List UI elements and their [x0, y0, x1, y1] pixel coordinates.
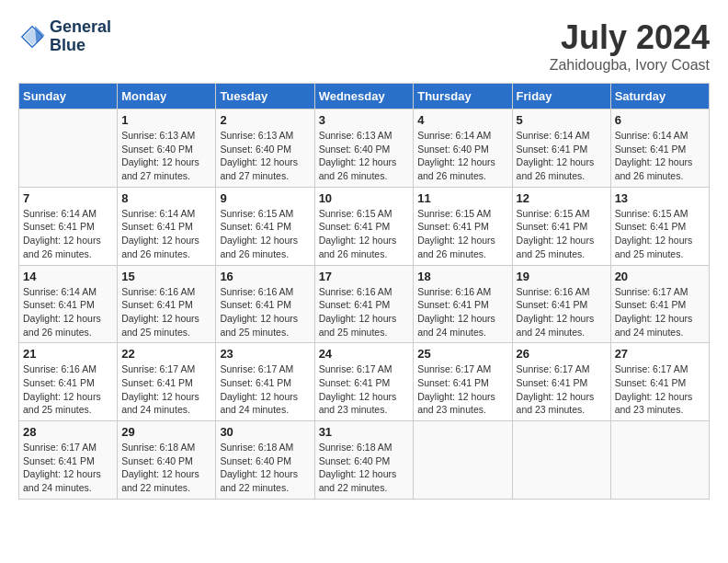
calendar-cell: 29Sunrise: 6:18 AM Sunset: 6:40 PM Dayli… — [118, 421, 216, 500]
day-info: Sunrise: 6:17 AM Sunset: 6:41 PM Dayligh… — [417, 362, 507, 417]
day-info: Sunrise: 6:15 AM Sunset: 6:41 PM Dayligh… — [615, 207, 705, 261]
calendar-cell: 19Sunrise: 6:16 AM Sunset: 6:41 PM Dayli… — [512, 265, 610, 343]
day-info: Sunrise: 6:17 AM Sunset: 6:41 PM Dayligh… — [517, 362, 607, 417]
svg-marker-2 — [35, 26, 45, 44]
calendar-cell: 12Sunrise: 6:15 AM Sunset: 6:41 PM Dayli… — [512, 187, 610, 265]
calendar-cell: 18Sunrise: 6:16 AM Sunset: 6:41 PM Dayli… — [414, 265, 512, 343]
calendar-cell: 7Sunrise: 6:14 AM Sunset: 6:41 PM Daylig… — [19, 187, 118, 265]
day-info: Sunrise: 6:13 AM Sunset: 6:40 PM Dayligh… — [121, 129, 211, 183]
day-info: Sunrise: 6:14 AM Sunset: 6:41 PM Dayligh… — [121, 207, 211, 261]
calendar-cell: 5Sunrise: 6:14 AM Sunset: 6:41 PM Daylig… — [512, 109, 610, 188]
logo-text: General Blue — [50, 18, 111, 55]
calendar-cell: 24Sunrise: 6:17 AM Sunset: 6:41 PM Dayli… — [314, 343, 414, 421]
weekday-header-thursday: Thursday — [414, 84, 512, 109]
day-number: 17 — [319, 270, 410, 283]
day-number: 29 — [121, 425, 211, 439]
calendar-cell: 21Sunrise: 6:16 AM Sunset: 6:41 PM Dayli… — [19, 343, 118, 421]
calendar-week-row: 21Sunrise: 6:16 AM Sunset: 6:41 PM Dayli… — [19, 343, 710, 421]
weekday-header-row: SundayMondayTuesdayWednesdayThursdayFrid… — [19, 84, 710, 109]
logo-icon — [18, 23, 46, 51]
day-info: Sunrise: 6:16 AM Sunset: 6:41 PM Dayligh… — [319, 285, 410, 339]
logo: General Blue — [18, 18, 111, 55]
day-number: 22 — [121, 347, 211, 361]
day-info: Sunrise: 6:17 AM Sunset: 6:41 PM Dayligh… — [615, 285, 705, 339]
calendar-cell: 8Sunrise: 6:14 AM Sunset: 6:41 PM Daylig… — [118, 187, 216, 265]
calendar-cell: 11Sunrise: 6:15 AM Sunset: 6:41 PM Dayli… — [414, 187, 512, 265]
header: General Blue July 2024 Zahidougba, Ivory… — [18, 18, 710, 74]
calendar-cell: 15Sunrise: 6:16 AM Sunset: 6:41 PM Dayli… — [118, 265, 216, 343]
day-number: 10 — [319, 191, 410, 205]
calendar-cell: 30Sunrise: 6:18 AM Sunset: 6:40 PM Dayli… — [216, 421, 314, 500]
day-number: 2 — [220, 113, 310, 127]
day-number: 26 — [517, 347, 607, 361]
day-info: Sunrise: 6:16 AM Sunset: 6:41 PM Dayligh… — [23, 362, 113, 417]
calendar-cell: 10Sunrise: 6:15 AM Sunset: 6:41 PM Dayli… — [314, 187, 414, 265]
day-info: Sunrise: 6:14 AM Sunset: 6:41 PM Dayligh… — [615, 129, 705, 183]
calendar-cell — [610, 421, 709, 500]
title-area: July 2024 Zahidougba, Ivory Coast — [550, 18, 710, 74]
calendar-cell: 4Sunrise: 6:14 AM Sunset: 6:40 PM Daylig… — [414, 109, 512, 188]
weekday-header-monday: Monday — [118, 84, 216, 109]
day-number: 12 — [517, 191, 607, 205]
calendar-cell: 26Sunrise: 6:17 AM Sunset: 6:41 PM Dayli… — [512, 343, 610, 421]
day-info: Sunrise: 6:16 AM Sunset: 6:41 PM Dayligh… — [121, 285, 211, 339]
day-number: 13 — [615, 191, 705, 205]
calendar-cell: 17Sunrise: 6:16 AM Sunset: 6:41 PM Dayli… — [314, 265, 414, 343]
day-info: Sunrise: 6:14 AM Sunset: 6:41 PM Dayligh… — [23, 207, 113, 261]
day-number: 25 — [417, 347, 507, 361]
day-info: Sunrise: 6:15 AM Sunset: 6:41 PM Dayligh… — [220, 207, 310, 261]
day-info: Sunrise: 6:16 AM Sunset: 6:41 PM Dayligh… — [417, 285, 507, 339]
day-number: 30 — [220, 425, 310, 439]
day-number: 19 — [517, 270, 607, 283]
day-info: Sunrise: 6:14 AM Sunset: 6:40 PM Dayligh… — [417, 129, 507, 183]
calendar-cell: 13Sunrise: 6:15 AM Sunset: 6:41 PM Dayli… — [610, 187, 709, 265]
weekday-header-friday: Friday — [512, 84, 610, 109]
day-info: Sunrise: 6:14 AM Sunset: 6:41 PM Dayligh… — [517, 129, 607, 183]
day-info: Sunrise: 6:17 AM Sunset: 6:41 PM Dayligh… — [319, 362, 410, 417]
day-number: 28 — [23, 425, 113, 439]
calendar-cell — [414, 421, 512, 500]
day-number: 3 — [319, 113, 410, 127]
day-number: 20 — [615, 270, 705, 283]
day-info: Sunrise: 6:15 AM Sunset: 6:41 PM Dayligh… — [319, 207, 410, 261]
day-number: 23 — [220, 347, 310, 361]
day-number: 1 — [121, 113, 211, 127]
day-info: Sunrise: 6:15 AM Sunset: 6:41 PM Dayligh… — [517, 207, 607, 261]
location: Zahidougba, Ivory Coast — [550, 57, 710, 74]
calendar-week-row: 28Sunrise: 6:17 AM Sunset: 6:41 PM Dayli… — [19, 421, 710, 500]
calendar-cell: 31Sunrise: 6:18 AM Sunset: 6:40 PM Dayli… — [314, 421, 414, 500]
weekday-header-saturday: Saturday — [610, 84, 709, 109]
calendar-week-row: 1Sunrise: 6:13 AM Sunset: 6:40 PM Daylig… — [19, 109, 710, 188]
calendar-cell: 2Sunrise: 6:13 AM Sunset: 6:40 PM Daylig… — [216, 109, 314, 188]
day-number: 18 — [417, 270, 507, 283]
day-info: Sunrise: 6:13 AM Sunset: 6:40 PM Dayligh… — [319, 129, 410, 183]
day-number: 16 — [220, 270, 310, 283]
calendar-cell: 28Sunrise: 6:17 AM Sunset: 6:41 PM Dayli… — [19, 421, 118, 500]
day-number: 15 — [121, 270, 211, 283]
day-info: Sunrise: 6:16 AM Sunset: 6:41 PM Dayligh… — [220, 285, 310, 339]
weekday-header-wednesday: Wednesday — [314, 84, 414, 109]
day-info: Sunrise: 6:14 AM Sunset: 6:41 PM Dayligh… — [23, 285, 113, 339]
day-number: 21 — [23, 347, 113, 361]
calendar-cell: 1Sunrise: 6:13 AM Sunset: 6:40 PM Daylig… — [118, 109, 216, 188]
day-info: Sunrise: 6:17 AM Sunset: 6:41 PM Dayligh… — [121, 362, 211, 417]
calendar-table: SundayMondayTuesdayWednesdayThursdayFrid… — [18, 83, 710, 500]
calendar-cell — [19, 109, 118, 188]
day-number: 8 — [121, 191, 211, 205]
day-info: Sunrise: 6:17 AM Sunset: 6:41 PM Dayligh… — [220, 362, 310, 417]
day-number: 27 — [615, 347, 705, 361]
day-info: Sunrise: 6:17 AM Sunset: 6:41 PM Dayligh… — [23, 441, 113, 495]
day-number: 7 — [23, 191, 113, 205]
day-info: Sunrise: 6:18 AM Sunset: 6:40 PM Dayligh… — [220, 441, 310, 495]
day-info: Sunrise: 6:17 AM Sunset: 6:41 PM Dayligh… — [615, 362, 705, 417]
calendar-cell: 3Sunrise: 6:13 AM Sunset: 6:40 PM Daylig… — [314, 109, 414, 188]
day-number: 5 — [517, 113, 607, 127]
calendar-cell: 27Sunrise: 6:17 AM Sunset: 6:41 PM Dayli… — [610, 343, 709, 421]
day-number: 11 — [417, 191, 507, 205]
calendar-cell — [512, 421, 610, 500]
day-number: 4 — [417, 113, 507, 127]
day-info: Sunrise: 6:18 AM Sunset: 6:40 PM Dayligh… — [121, 441, 211, 495]
calendar-cell: 6Sunrise: 6:14 AM Sunset: 6:41 PM Daylig… — [610, 109, 709, 188]
weekday-header-sunday: Sunday — [19, 84, 118, 109]
weekday-header-tuesday: Tuesday — [216, 84, 314, 109]
